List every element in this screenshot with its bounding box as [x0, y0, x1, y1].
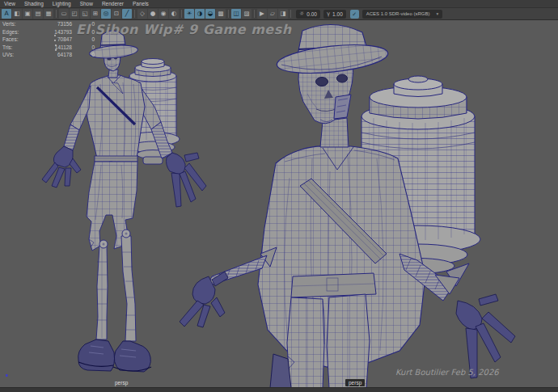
camera-label-right[interactable]: persp: [345, 379, 365, 386]
toolbar-icons: A◧▣▤▦▭◰◱⊞◎⊡╱◇●◉◐☀◑◒▩◫▨▶▱◨: [2, 9, 293, 19]
left-character-torso: [84, 75, 145, 158]
x-ray-icon[interactable]: ▨: [242, 9, 252, 19]
view-transform-dropdown[interactable]: ACES 1.0 SDR-video (sRGB) ▾: [362, 10, 442, 19]
field-chart-icon[interactable]: ⊞: [91, 9, 100, 19]
exposure-value[interactable]: 0.00: [306, 11, 317, 17]
camera-mask-icon[interactable]: ◨: [278, 9, 288, 19]
hud-value: 73156: [30, 20, 72, 28]
menu-show[interactable]: Show: [80, 0, 93, 7]
image-plane-icon[interactable]: ▦: [44, 9, 53, 19]
view-transform-label: ACES 1.0 SDR-video (sRGB): [366, 11, 430, 16]
left-character-left-arm: [42, 86, 91, 188]
anti-aliasing-icon[interactable]: ▩: [216, 9, 226, 19]
artist-signature: Kurt Boutilier Feb 5, 2026: [395, 368, 499, 377]
shadows-icon[interactable]: ◑: [195, 9, 205, 19]
hud-label: Tris:: [2, 44, 30, 52]
menu-panels[interactable]: Panels: [133, 0, 149, 7]
toolbar-separator: [56, 10, 57, 18]
toolbar-separator: [134, 10, 135, 18]
exposure-field[interactable]: ☼ 0.00: [296, 10, 320, 19]
panel-menu-bar: View Shading Lighting Show Renderer Pane…: [0, 0, 558, 8]
gamma-value[interactable]: 1.00: [332, 11, 343, 17]
left-character: [6, 31, 206, 377]
ambient-occlusion-icon[interactable]: ◒: [205, 9, 215, 19]
copy-view-icon[interactable]: ▱: [268, 9, 277, 19]
gamma-field[interactable]: γ 1.00: [323, 10, 346, 19]
toolbar-separator: [254, 10, 255, 18]
menu-renderer[interactable]: Renderer: [102, 0, 124, 7]
select-camera-icon[interactable]: A: [2, 9, 11, 19]
gate-mask-icon[interactable]: ◱: [80, 9, 90, 19]
camera-attributes-icon[interactable]: ▣: [23, 9, 32, 19]
hud-label: UVs:: [2, 51, 30, 59]
hud-label: Edges:: [2, 28, 30, 36]
view-transform-toggle[interactable]: ✓: [350, 10, 359, 19]
toolbar-separator: [181, 10, 182, 18]
toolbar-separator: [290, 10, 291, 18]
menu-view[interactable]: View: [4, 0, 15, 7]
right-character-hat: [276, 24, 390, 78]
maya-viewport-window: View Shading Lighting Show Renderer Pane…: [0, 0, 558, 392]
gamma-icon: γ: [327, 11, 330, 17]
lighting-all-icon[interactable]: ☀: [184, 9, 194, 19]
wireframe-canvas: [0, 19, 558, 388]
isolate-select-icon[interactable]: ◫: [231, 9, 241, 19]
hud-extra: 0: [72, 44, 95, 52]
hud-value: 141128: [30, 44, 72, 52]
hud-label: Faces:: [2, 36, 30, 44]
vertex-specks: [6, 35, 57, 377]
safe-title-icon[interactable]: ⊡: [112, 9, 121, 19]
hud-label: Verts:: [2, 20, 30, 28]
left-character-head: [89, 31, 138, 78]
snap-to-cursor-icon[interactable]: ▶: [257, 9, 267, 19]
exposure-icon: ☼: [299, 11, 304, 17]
wip-title: El Sibon Wip# 9 Game mesh: [76, 22, 292, 37]
safe-action-icon[interactable]: ◎: [101, 9, 111, 19]
resolution-gate-icon[interactable]: ◰: [70, 9, 79, 19]
wireframe-display-icon[interactable]: ◇: [137, 9, 147, 19]
default-material-icon[interactable]: ◐: [169, 9, 179, 19]
panel-toolbar: A◧▣▤▦▭◰◱⊞◎⊡╱◇●◉◐☀◑◒▩◫▨▶▱◨ ☼ 0.00 γ 1.00 …: [0, 8, 558, 20]
panel-bottom-edge: [0, 387, 558, 392]
pencil-tool-icon[interactable]: ╱: [122, 9, 132, 19]
hud-extra: 0: [72, 51, 95, 59]
textured-display-icon[interactable]: ◉: [159, 9, 168, 19]
chevron-down-icon: ▾: [436, 11, 438, 16]
hud-value: 70847: [30, 36, 72, 44]
shaded-display-icon[interactable]: ●: [148, 9, 158, 19]
bookmarks-icon[interactable]: ▤: [33, 9, 43, 19]
toolbar-separator: [228, 10, 229, 18]
lock-camera-icon[interactable]: ◧: [12, 9, 22, 19]
left-character-boots: [78, 339, 151, 372]
camera-label-left[interactable]: persp: [115, 380, 128, 386]
menu-shading[interactable]: Shading: [24, 0, 44, 7]
hud-value: 143793: [30, 28, 72, 36]
right-character: [180, 24, 515, 388]
menu-lighting[interactable]: Lighting: [53, 0, 71, 7]
hud-value: 64178: [30, 51, 72, 59]
film-gate-icon[interactable]: ▭: [59, 9, 69, 19]
